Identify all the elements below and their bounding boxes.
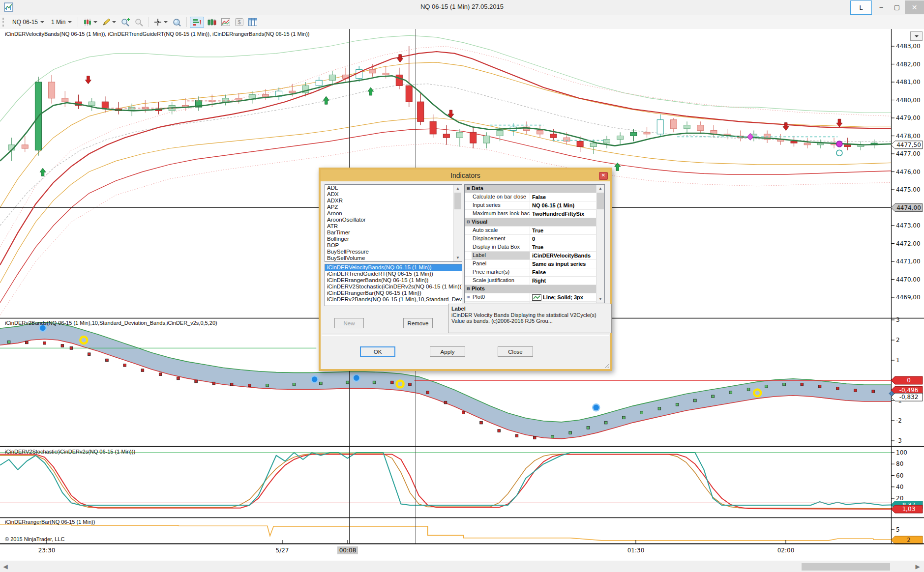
grid-scrollbar[interactable]: ▲▼ [596, 185, 604, 303]
property-row[interactable]: ⊞Plot1Line; Solid; 2px [465, 302, 604, 303]
property-value[interactable]: TwoHundredFiftySix [530, 210, 604, 218]
data-inspector-button[interactable] [171, 17, 183, 28]
property-name[interactable]: Maximum bars look back [472, 210, 530, 218]
interval-selector[interactable]: 1 Min [48, 18, 75, 27]
minimize-button[interactable]: – [873, 0, 889, 14]
property-name[interactable]: Plot0 [472, 293, 530, 301]
configured-indicator-item[interactable]: iCinDERTrendGuideRT(NQ 06-15 (1 Min)) [325, 271, 462, 277]
property-value[interactable]: False [530, 268, 604, 276]
resize-grip[interactable] [604, 363, 609, 368]
property-row[interactable]: ⊞Plot0Line; Solid; 3px [465, 293, 604, 302]
chart-style-button[interactable] [81, 17, 99, 27]
property-row[interactable]: Displacement0 [465, 235, 604, 243]
property-row[interactable]: LabeliCinDERVelocityBands [465, 252, 604, 260]
property-name[interactable]: Label [472, 252, 530, 259]
dialog-title-bar[interactable]: Indicators [321, 170, 610, 181]
scrollbar-thumb[interactable] [802, 563, 890, 571]
chart-trader-button[interactable] [190, 17, 204, 28]
indicator-option[interactable]: AroonOscillator [325, 217, 462, 223]
property-row[interactable]: Display in Data BoxTrue [465, 243, 604, 252]
configured-indicator-item[interactable]: iCinDERVelocityBands(NQ 06-15 (1 Min)) [325, 264, 462, 271]
property-value[interactable]: iCinDERVelocityBands [530, 252, 604, 259]
property-name[interactable]: Panel [472, 260, 530, 268]
property-name[interactable]: Input series [472, 201, 530, 209]
zoom-in-button[interactable] [119, 17, 132, 28]
property-value[interactable]: False [530, 193, 604, 201]
indicator-option[interactable]: BOP [325, 242, 462, 249]
scroll-down-icon[interactable]: ▼ [454, 254, 462, 261]
property-category[interactable]: ⊟Visual [465, 218, 604, 227]
expand-icon[interactable]: ⊞ [465, 302, 472, 303]
property-row[interactable]: Scale justificationRight [465, 277, 604, 285]
account-button[interactable]: $ [233, 17, 245, 27]
indicator-option[interactable]: BarTimer [325, 229, 462, 236]
indicator-option[interactable]: ADX [325, 191, 462, 198]
list-scrollbar[interactable]: ▲▼ [453, 185, 462, 261]
maximize-button[interactable]: ▢ [889, 0, 905, 14]
remove-button[interactable]: Remove [403, 318, 433, 328]
property-row[interactable]: Input seriesNQ 06-15 (1 Min) [465, 201, 604, 210]
property-name[interactable]: Price marker(s) [472, 268, 530, 276]
property-row[interactable]: Maximum bars look backTwoHundredFiftySix [465, 210, 604, 218]
toolbar-grip[interactable] [2, 18, 6, 27]
property-row[interactable]: Calculate on bar closeFalse [465, 193, 604, 201]
indicator-option[interactable]: BuySellPressure [325, 249, 462, 255]
property-name[interactable]: Display in Data Box [472, 243, 530, 251]
property-value[interactable]: True [530, 227, 604, 234]
indicator-option[interactable]: Aroon [325, 210, 462, 217]
property-name[interactable]: Plot1 [472, 302, 530, 303]
property-row[interactable]: PanelSame as input series [465, 260, 604, 268]
configured-indicator-item[interactable]: iCinDERrangerBar(NQ 06-15 (1 Min)) [325, 290, 462, 296]
property-value[interactable]: NQ 06-15 (1 Min) [530, 201, 604, 209]
property-category[interactable]: ⊟Data [465, 185, 604, 193]
expand-icon[interactable]: ⊞ [465, 293, 472, 301]
apply-button[interactable]: Apply [430, 346, 465, 357]
scale-dropdown-button[interactable] [910, 31, 923, 41]
scroll-up-icon[interactable]: ▲ [454, 185, 462, 192]
collapse-icon[interactable]: ⊟ [465, 185, 472, 193]
property-value[interactable]: Line; Solid; 3px [530, 293, 604, 301]
property-name[interactable]: Scale justification [472, 277, 530, 285]
property-value[interactable]: Right [530, 277, 604, 285]
crosshair-button[interactable] [152, 17, 170, 27]
indicator-option[interactable]: BuySellVolume [325, 255, 462, 261]
property-value[interactable]: Same as input series [530, 260, 604, 268]
collapse-icon[interactable]: ⊟ [465, 285, 472, 293]
dialog-close-action-button[interactable]: Close [498, 346, 533, 357]
property-name[interactable]: Displacement [472, 235, 530, 243]
draw-tool-button[interactable] [100, 17, 118, 27]
property-value[interactable]: 0 [530, 235, 604, 243]
instrument-selector[interactable]: NQ 06-15 [9, 18, 48, 27]
dom-button[interactable] [205, 17, 218, 28]
indicator-option[interactable]: APZ [325, 204, 462, 210]
property-category[interactable]: ⊟Plots [465, 285, 604, 293]
indicator-option[interactable]: ADXR [325, 198, 462, 204]
property-row[interactable]: Auto scaleTrue [465, 227, 604, 235]
indicator-option[interactable]: ATR [325, 223, 462, 229]
zoom-out-button[interactable] [133, 17, 146, 28]
link-button[interactable]: L [850, 0, 872, 15]
scroll-up-icon[interactable]: ▲ [596, 185, 604, 192]
mini-chart-button[interactable] [219, 17, 232, 27]
property-name[interactable]: Auto scale [472, 227, 530, 234]
configured-indicators-list[interactable]: iCinDERVelocityBands(NQ 06-15 (1 Min))iC… [325, 264, 462, 306]
scroll-left-icon[interactable]: ◀ [1, 563, 10, 571]
property-value[interactable]: True [530, 243, 604, 251]
property-row[interactable]: Price marker(s)False [465, 268, 604, 277]
property-grid[interactable]: ⊟DataCalculate on bar closeFalseInput se… [464, 184, 605, 303]
data-grid-button[interactable] [246, 17, 259, 27]
configured-indicator-item[interactable]: iCinDERV2Stochastic(iCinDERv2s(NQ 06-15 … [325, 284, 462, 290]
property-value[interactable]: Line; Solid; 2px [530, 302, 604, 303]
indicator-option[interactable]: Bollinger [325, 236, 462, 242]
configured-indicator-item[interactable]: iCinDERv2Bands(NQ 06-15 (1 Min),10,Stand… [325, 296, 462, 303]
scroll-down-icon[interactable]: ▼ [596, 295, 604, 303]
close-button[interactable]: ✕ [905, 0, 924, 14]
dialog-close-button[interactable]: ✕ [599, 172, 608, 180]
property-name[interactable]: Calculate on bar close [472, 193, 530, 201]
new-button[interactable]: New [334, 318, 364, 328]
available-indicators-list[interactable]: ADLADXADXRAPZAroonAroonOscillatorATRBarT… [325, 184, 462, 262]
indicator-option[interactable]: ADL [325, 185, 462, 191]
configured-indicator-item[interactable]: iCinDERrangerBands(NQ 06-15 (1 Min)) [325, 277, 462, 284]
scroll-right-icon[interactable]: ▶ [913, 563, 922, 571]
horizontal-scrollbar[interactable]: ◀ ▶ [0, 561, 924, 572]
